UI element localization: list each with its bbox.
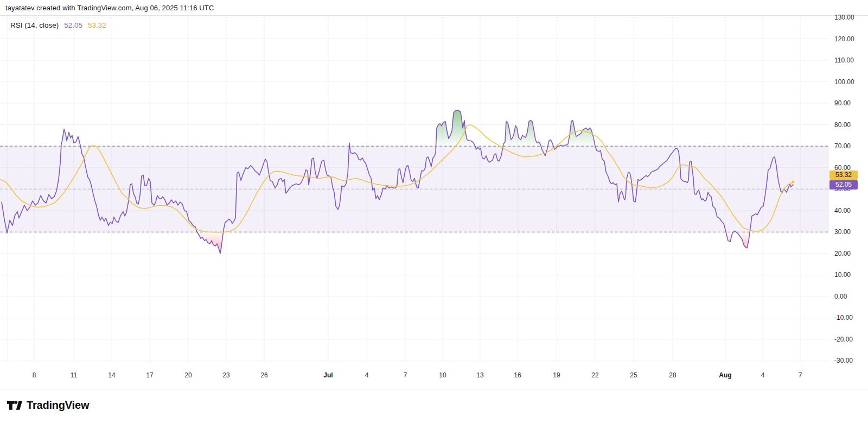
y-axis-tick: 40.00 <box>834 207 851 214</box>
rsi-price-label: 52.05 <box>829 180 858 190</box>
legend-ma-value: 53.32 <box>88 21 106 29</box>
x-axis-tick: 20 <box>184 371 192 379</box>
x-axis-tick: 16 <box>514 371 521 379</box>
x-axis-tick: 4 <box>761 371 765 379</box>
x-axis-tick: Jul <box>323 371 333 379</box>
tradingview-logo-icon <box>7 401 22 410</box>
y-axis-tick: 100.00 <box>834 78 854 86</box>
indicator-legend: RSI (14, close) 52.05 53.32 <box>10 21 106 29</box>
x-axis-tick: 26 <box>260 371 268 379</box>
ma-price-label-text: 53.32 <box>835 171 852 179</box>
x-axis-tick: 14 <box>108 371 116 379</box>
rsi-chart-canvas[interactable]: 130.00120.00110.00100.0090.0080.0070.006… <box>0 0 868 391</box>
x-axis-tick: 22 <box>591 371 599 379</box>
x-axis-tick: 28 <box>669 371 676 379</box>
tradingview-logo[interactable]: TradingView <box>7 399 89 412</box>
y-axis-tick: 70.00 <box>834 142 851 150</box>
y-axis-tick: 120.00 <box>834 35 854 43</box>
rsi-band-layer <box>0 146 829 232</box>
x-axis-tick: 11 <box>71 371 78 379</box>
tradingview-snapshot: tayatatev created with TradingView.com, … <box>0 0 868 423</box>
overbought-fill <box>503 121 541 147</box>
x-axis-tick: 25 <box>630 371 637 379</box>
y-axis-tick: -20.00 <box>834 336 853 343</box>
x-axis-tick: 4 <box>365 371 369 379</box>
x-axis-tick: 10 <box>439 371 446 379</box>
y-axis-tick: 30.00 <box>834 228 851 236</box>
legend-rsi-value: 52.05 <box>64 21 82 29</box>
y-axis-tick: 110.00 <box>834 56 854 64</box>
time-axis[interactable]: 8111417202326Jul4710131619222528Aug47 <box>33 371 802 379</box>
ma-price-label: 53.32 <box>829 171 858 180</box>
indicator-title[interactable]: RSI (14, close) <box>10 21 59 29</box>
x-axis-tick: 13 <box>476 371 484 379</box>
y-axis-tick: -10.00 <box>834 314 853 321</box>
rsi-price-label-text: 52.05 <box>835 181 852 188</box>
tradingview-logo-text: TradingView <box>27 399 89 412</box>
y-axis-tick: -30.00 <box>834 357 853 364</box>
x-axis-tick: 7 <box>404 371 407 379</box>
attribution-text: tayatatev created with TradingView.com, … <box>5 4 214 12</box>
x-axis-tick: 19 <box>553 371 560 379</box>
x-axis-tick: Aug <box>719 371 731 379</box>
x-axis-tick: 7 <box>799 371 802 379</box>
x-axis-tick: 17 <box>146 371 154 379</box>
y-axis-tick: 20.00 <box>834 250 851 257</box>
y-axis-tick: 80.00 <box>834 121 851 129</box>
x-axis-tick: 8 <box>33 371 36 379</box>
y-axis-tick: 130.00 <box>834 14 854 21</box>
y-axis-tick: 0.00 <box>834 293 847 300</box>
y-axis-tick: 10.00 <box>834 271 851 279</box>
ma-end-marker <box>792 181 795 184</box>
y-axis-tick: 90.00 <box>834 99 851 107</box>
x-axis-tick: 23 <box>222 371 230 379</box>
